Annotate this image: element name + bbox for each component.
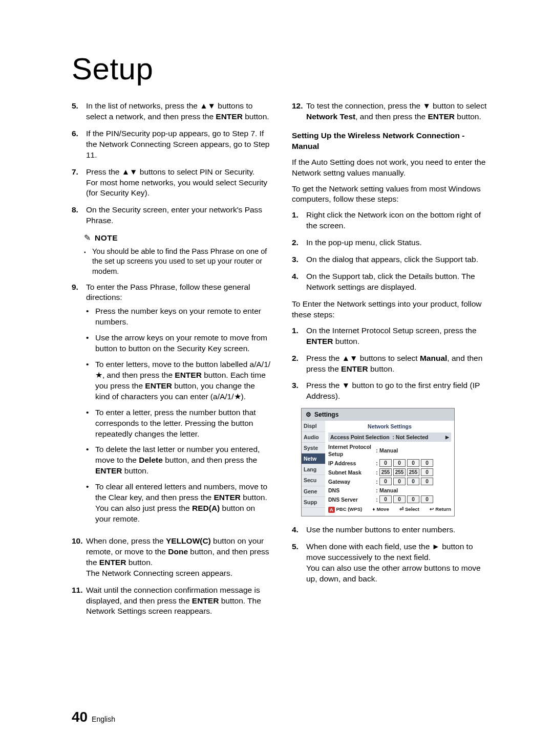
separator: : [374, 460, 379, 467]
item-body: Press the ▼ button to go to the first en… [306, 380, 492, 402]
octet-box: 0 [421, 495, 433, 503]
list-item: 4.Use the number buttons to enter number… [292, 525, 492, 535]
enter-icon: ⏎ [399, 506, 403, 513]
sub-heading: Setting Up the Wireless Network Connecti… [292, 131, 492, 152]
footer-label: Move [376, 506, 389, 513]
footer-label: Select [405, 506, 419, 513]
octet-group: 2552552550 [379, 468, 433, 476]
settings-tab: Netw [302, 453, 325, 464]
item-number: 4. [292, 525, 306, 535]
item-body: In the list of networks, press the ▲▼ bu… [86, 101, 271, 122]
octet-box: 0 [421, 459, 433, 467]
list-item: 3.Press the ▼ button to go to the first … [292, 380, 492, 402]
bullet-text: Press the number keys on your remote to … [95, 306, 271, 328]
list-item: 8.On the Security screen, enter your net… [72, 205, 271, 226]
octet-box: 0 [379, 495, 392, 503]
octet-box: 0 [379, 459, 392, 467]
settings-tab: Secu [302, 475, 325, 486]
footer-label: PBC (WPS) [336, 506, 363, 513]
octet-box: 0 [407, 459, 419, 467]
bullet-item: To enter a letter, press the number butt… [86, 407, 271, 440]
ips-row: Internet Protocol Setup : Manual [328, 443, 451, 458]
separator: : [374, 478, 379, 485]
left-column: 5.In the list of networks, press the ▲▼ … [72, 101, 271, 623]
bullet-item: To enter letters, move to the button lab… [86, 359, 271, 402]
item-number: 1. [292, 210, 306, 231]
ordered-list: 9.To enter the Pass Phrase, follow these… [72, 282, 271, 617]
item-number: 5. [72, 101, 86, 122]
page-title: Setup [72, 51, 492, 87]
return-icon: ↩ [430, 506, 434, 513]
row-label: DNS [328, 487, 374, 494]
item-body: Press the ▲▼ buttons to select Manual, a… [306, 353, 492, 375]
item-body: On the Support tab, click the Details bu… [306, 271, 492, 293]
list-item: 3.On the dialog that appears, click the … [292, 254, 492, 265]
item-number: 2. [292, 237, 306, 248]
page: Setup 5.In the list of networks, press t… [0, 0, 553, 756]
list-item: 1.Right click the Network icon on the bo… [292, 210, 492, 231]
item-number: 6. [72, 128, 86, 161]
right-arrow-icon: ▶ [445, 434, 449, 440]
item-number: 9. [72, 282, 86, 530]
item-body: Press the ▲▼ buttons to select PIN or Se… [86, 167, 271, 199]
updown-icon: ♦ [373, 506, 375, 513]
item-number: 12. [292, 101, 306, 122]
note-bullet-list: You should be able to find the Pass Phra… [84, 247, 271, 277]
list-item: 4.On the Support tab, click the Details … [292, 271, 492, 293]
item-number: 8. [72, 205, 86, 226]
dns-server-row: DNS Server : 0000 [328, 495, 451, 503]
settings-field-row: Subnet Mask:2552552550 [328, 468, 451, 476]
list-item: 11.Wait until the connection confirmatio… [72, 585, 271, 617]
list-item: 2.Press the ▲▼ buttons to select Manual,… [292, 353, 492, 375]
item-number: 10. [72, 536, 86, 579]
item-number: 4. [292, 271, 306, 293]
row-value: Manual [379, 487, 398, 494]
settings-tab: Supp [302, 497, 325, 508]
access-point-row: Access Point Selection : Not Selected ▶ [328, 433, 451, 442]
bullet-text: Use the arrow keys on your remote to mov… [95, 333, 271, 354]
settings-header-label: Settings [314, 411, 338, 419]
octet-box: 255 [407, 468, 419, 476]
list-item: 12.To test the connection, press the ▼ b… [292, 101, 492, 122]
note-bullet-item: You should be able to find the Pass Phra… [84, 247, 271, 277]
row-label: DNS Server [328, 496, 374, 503]
ordered-list: 12.To test the connection, press the ▼ b… [292, 101, 492, 122]
bullet-item: To delete the last letter or number you … [86, 444, 271, 477]
list-item: 6.If the PIN/Security pop-up appears, go… [72, 128, 271, 161]
gear-icon: ⚙ [306, 411, 311, 419]
item-body: If the PIN/Security pop-up appears, go t… [86, 128, 271, 161]
row-label: IP Address [328, 460, 374, 467]
item-body: When done with each field, use the ► but… [306, 542, 492, 585]
bullet-text: To enter letters, move to the button lab… [95, 359, 271, 402]
footer-label: Return [435, 506, 451, 513]
octet-box: 0 [393, 495, 406, 503]
a-badge-icon: A [328, 507, 335, 513]
octet-box: 0 [407, 478, 419, 485]
row-label: Access Point Selection [330, 434, 390, 440]
octet-group: 0000 [379, 459, 433, 467]
settings-tab: Gene [302, 486, 325, 497]
bullet-text: To clear all entered letters and numbers… [95, 482, 271, 525]
bullet-text: To delete the last letter or number you … [95, 444, 271, 477]
item-number: 7. [72, 167, 86, 199]
octet-box: 0 [379, 478, 392, 485]
bullet-text: To enter a letter, press the number butt… [95, 407, 271, 440]
octet-group: 0000 [379, 495, 433, 503]
note-heading: ✎ NOTE [84, 232, 271, 244]
row-label: Subnet Mask [328, 469, 374, 476]
ordered-list: 1.On the Internet Protocol Setup screen,… [292, 326, 492, 402]
paragraph: To Enter the Network settings into your … [292, 299, 492, 320]
item-body: To test the connection, press the ▼ butt… [306, 101, 492, 122]
ordered-list: 4.Use the number buttons to enter number… [292, 525, 492, 585]
right-column: 12.To test the connection, press the ▼ b… [292, 101, 492, 623]
ordered-list: 5.In the list of networks, press the ▲▼ … [72, 101, 271, 226]
item-body: On the Internet Protocol Setup screen, p… [306, 326, 492, 347]
octet-box: 0 [407, 495, 419, 503]
list-item: 1.On the Internet Protocol Setup screen,… [292, 326, 492, 347]
item-number: 3. [292, 380, 306, 402]
item-body: When done, press the YELLOW(C) button on… [86, 536, 271, 579]
item-number: 5. [292, 542, 306, 585]
item-number: 11. [72, 585, 86, 617]
octet-box: 0 [421, 468, 433, 476]
bullet-item: Use the arrow keys on your remote to mov… [86, 333, 271, 354]
